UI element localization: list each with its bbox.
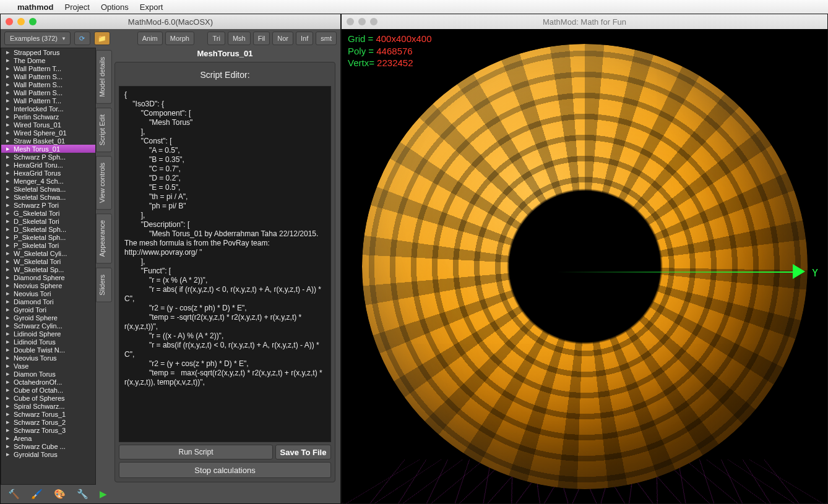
right-titlebar[interactable]: MathMod: Math for Fun xyxy=(342,14,827,29)
left-titlebar[interactable]: MathMod-6.0(MacOSX) xyxy=(1,14,340,29)
brush-icon[interactable]: 🖌️ xyxy=(31,489,43,500)
nor-button[interactable]: Nor xyxy=(272,32,293,45)
hud-grid-label: Grid = xyxy=(348,33,376,44)
hud-vertx-label: Vertx= xyxy=(348,58,377,68)
tab-view-controls[interactable]: View controls xyxy=(96,156,112,210)
tree-item[interactable]: Perlin Schwarz xyxy=(1,113,95,121)
tree-item[interactable]: Neovius Tori xyxy=(1,289,95,297)
3d-viewport[interactable]: Grid = 400x400x400 Poly = 4468576 Vertx=… xyxy=(342,29,827,503)
tree-item[interactable]: Menger_4 Sch... xyxy=(1,177,95,185)
tree-item[interactable]: Neovius Sphere xyxy=(1,281,95,289)
menu-options[interactable]: Options xyxy=(101,2,129,12)
tree-item[interactable]: D_Skeletal Sph... xyxy=(1,225,95,233)
tree-item[interactable]: Gyroid Sphere xyxy=(1,314,95,322)
zoom-icon[interactable] xyxy=(29,18,37,25)
minimize-icon[interactable] xyxy=(17,18,25,25)
tree-item[interactable]: Schwarz Torus_3 xyxy=(1,426,95,434)
wrench-icon[interactable]: 🔧 xyxy=(77,489,88,500)
hud-poly-label: Poly = xyxy=(348,46,376,56)
tree-item[interactable]: Skeletal Schwa... xyxy=(1,193,95,201)
tree-item[interactable]: Strapped Torus xyxy=(1,48,95,56)
tree-item[interactable]: Gyroid Tori xyxy=(1,305,95,314)
menu-app-name[interactable]: mathmod xyxy=(17,2,54,12)
tree-item[interactable]: P_Skeletal Sph... xyxy=(1,233,95,241)
viewport-window: MathMod: Math for Fun Grid = 400x400x400… xyxy=(341,14,828,504)
tab-script-edit[interactable]: Script Edit xyxy=(96,108,112,152)
zoom-icon[interactable] xyxy=(370,18,377,25)
examples-dropdown[interactable]: Examples (372) ▼ xyxy=(4,32,71,45)
mesh-torus-render xyxy=(362,44,808,489)
tree-item[interactable]: Lidinoid Torus xyxy=(1,338,95,346)
morph-button[interactable]: Morph xyxy=(165,32,194,45)
tree-item[interactable]: Schwarz Cube ... xyxy=(1,442,95,450)
palette-icon[interactable]: 🎨 xyxy=(54,489,66,500)
tree-item[interactable]: Skeletal Schwa... xyxy=(1,185,95,193)
tree-item[interactable]: Wall Pattern S... xyxy=(1,72,95,80)
tree-item[interactable]: W_Skeletal Tori xyxy=(1,257,95,265)
tree-item[interactable]: Cube of Spheres xyxy=(1,394,95,402)
tab-appearance[interactable]: Appearance xyxy=(96,213,112,263)
folder-button[interactable]: 📁 xyxy=(94,32,110,45)
tree-item[interactable]: Arena xyxy=(1,434,95,442)
examples-dropdown-label: Examples (372) xyxy=(10,35,58,42)
tree-item[interactable]: D_Skeletal Tori xyxy=(1,217,95,225)
tree-item[interactable]: G_Skeletal Tori xyxy=(1,209,95,217)
tree-item[interactable]: HexaGrid Toru... xyxy=(1,161,95,169)
editor-window: MathMod-6.0(MacOSX) Examples (372) ▼ ⟳ 📁… xyxy=(0,14,341,504)
fil-button[interactable]: Fil xyxy=(253,32,270,45)
msh-button[interactable]: Msh xyxy=(228,32,251,45)
menu-project[interactable]: Project xyxy=(65,2,90,12)
tree-item[interactable]: Wall Pattern S... xyxy=(1,88,95,96)
tree-item[interactable]: Spiral Schwarz... xyxy=(1,402,95,410)
tree-item[interactable]: Interlocked Tor... xyxy=(1,105,95,113)
tree-item[interactable]: Diamond Tori xyxy=(1,297,95,305)
tree-item[interactable]: Schwarz P Sph... xyxy=(1,153,95,161)
tree-item[interactable]: The Dome xyxy=(1,56,95,64)
script-editor-label: Script Editor: xyxy=(119,66,331,86)
tree-item[interactable]: W_Skeletal Cyli... xyxy=(1,249,95,257)
save-to-file-button[interactable]: Save To File xyxy=(275,445,331,459)
tree-item[interactable]: Lidinoid Sphere xyxy=(1,330,95,338)
tree-item[interactable]: Vase xyxy=(1,362,95,370)
tab-model-details[interactable]: Model details xyxy=(96,50,112,104)
tree-item[interactable]: Neovius Torus xyxy=(1,354,95,362)
minimize-icon[interactable] xyxy=(358,18,366,25)
tree-item[interactable]: Wall Pattern T... xyxy=(1,64,95,72)
stop-calculations-button[interactable]: Stop calculations xyxy=(119,462,331,478)
tree-item[interactable]: Wired Torus_01 xyxy=(1,121,95,129)
tree-item[interactable]: Wall Pattern S... xyxy=(1,80,95,88)
tree-item[interactable]: Diamond Sphere xyxy=(1,273,95,281)
smt-button[interactable]: smt xyxy=(316,32,337,45)
refresh-button[interactable]: ⟳ xyxy=(74,32,90,45)
tree-item[interactable]: Cube of Octah... xyxy=(1,386,95,394)
examples-tree[interactable]: Strapped TorusThe DomeWall Pattern T...W… xyxy=(1,48,96,485)
tree-item[interactable]: W_Skeletal Sp... xyxy=(1,265,95,273)
script-editor-panel: Script Editor: { "Iso3D": { "Component":… xyxy=(114,62,335,482)
menu-export[interactable]: Export xyxy=(140,2,163,12)
anim-button[interactable]: Anim xyxy=(137,32,163,45)
run-script-button[interactable]: Run Script xyxy=(119,445,273,459)
script-textarea[interactable]: { "Iso3D": { "Component": [ "Mesh Torus"… xyxy=(119,86,331,442)
tri-button[interactable]: Tri xyxy=(207,32,225,45)
axis-y-arrow-icon xyxy=(793,264,805,279)
tree-item[interactable]: Diamon Torus xyxy=(1,370,95,378)
tree-item[interactable]: OctahedronOf... xyxy=(1,378,95,386)
tree-item[interactable]: Schwarz Torus_2 xyxy=(1,418,95,426)
hammer-icon[interactable]: 🔨 xyxy=(8,489,20,500)
tree-item[interactable]: Schwarz P Tori xyxy=(1,201,95,209)
tab-sliders[interactable]: Sliders xyxy=(96,268,112,302)
tree-item[interactable]: HexaGrid Torus xyxy=(1,169,95,177)
play-icon[interactable]: ▶ xyxy=(100,489,107,500)
tree-item[interactable]: Schwarz Torus_1 xyxy=(1,410,95,418)
tree-item[interactable]: Double Twist N... xyxy=(1,346,95,354)
tree-item[interactable]: Straw Basket_01 xyxy=(1,137,95,145)
tree-item[interactable]: Wall Pattern T... xyxy=(1,96,95,105)
close-icon[interactable] xyxy=(347,18,354,25)
tree-item[interactable]: P_Skeletal Tori xyxy=(1,241,95,249)
inf-button[interactable]: Inf xyxy=(296,32,313,45)
tree-item[interactable]: Mesh Torus_01 xyxy=(1,145,95,153)
tree-item[interactable]: Schwarz Cylin... xyxy=(1,322,95,330)
tree-item[interactable]: Gyroidal Torus xyxy=(1,450,95,458)
close-icon[interactable] xyxy=(6,18,13,25)
tree-item[interactable]: Wired Sphere_01 xyxy=(1,129,95,137)
